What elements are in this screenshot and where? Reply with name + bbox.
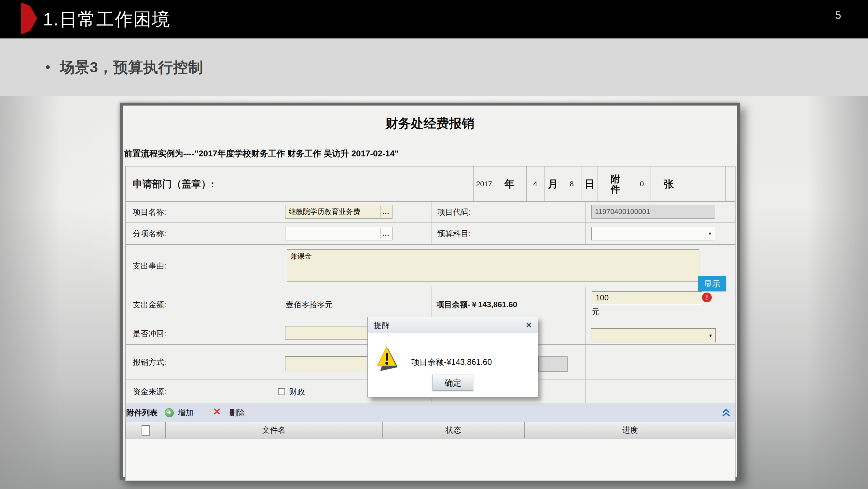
alert-dialog: 提醒 ✕ 项目余额-¥143,861.60 确定: [367, 317, 538, 398]
project-name-picker-button[interactable]: …: [380, 206, 391, 217]
page-number: 5: [835, 9, 841, 22]
expense-reason-value: 兼课金: [290, 252, 312, 261]
column-progress: 进度: [524, 422, 736, 438]
month-value: 4: [526, 167, 544, 201]
delete-button[interactable]: 删除: [229, 403, 245, 422]
warning-icon: [377, 346, 399, 374]
attachment-list-title: 附件列表: [126, 403, 157, 422]
sub-item-picker-button[interactable]: …: [380, 228, 391, 239]
accent-flag-icon: [21, 2, 37, 35]
project-code-value: 11970400100001: [595, 207, 650, 216]
screenshot-frame: 财务处经费报销 前置流程实例为----"2017年度学校财务工作 财务工作 吴访…: [120, 103, 740, 480]
expense-reason-textarea[interactable]: 兼课金: [287, 249, 700, 282]
expense-amount-label: 支出金额:: [133, 287, 166, 322]
amount-unit: 元: [592, 307, 599, 317]
dialog-title: 提醒: [374, 317, 390, 333]
attachment-label: 附件: [610, 174, 621, 195]
day-unit: 日: [582, 167, 597, 201]
project-name-value: 继教院学历教育业务费: [289, 207, 360, 217]
fund-source-option-label: 财政: [289, 380, 305, 403]
slide-title: 1.日常工作困境: [43, 0, 170, 38]
ok-button[interactable]: 确定: [433, 375, 473, 391]
fund-source-checkbox[interactable]: [278, 388, 285, 395]
amount-in-words: 壹佰零拾零元: [286, 287, 333, 322]
dialog-titlebar[interactable]: 提醒 ✕: [368, 317, 538, 333]
fund-source-label: 资金来源:: [133, 380, 166, 403]
apply-dept-label: 申请部门（盖章）:: [133, 167, 214, 202]
add-icon[interactable]: +: [165, 408, 174, 417]
amount-value: 100: [596, 293, 609, 302]
project-name-label: 项目名称:: [133, 202, 166, 223]
slide: 1.日常工作困境 5 • 场景3，预算执行控制 财务处经费报销 前置流程实例为-…: [0, 0, 868, 489]
delete-icon[interactable]: ✕: [213, 406, 221, 417]
form-title: 财务处经费报销: [123, 115, 737, 132]
close-icon[interactable]: ✕: [524, 320, 534, 330]
budget-subject-select[interactable]: ▼: [591, 227, 715, 240]
method-readonly-box: [538, 356, 567, 372]
apply-dept-row: 申请部门（盖章）: 2017 年 4 月 8 日 附件 0 张: [125, 166, 736, 201]
sub-item-row: 分项名称: … 预算科目: ▼: [125, 222, 736, 244]
dialog-message: 项目余额-¥143,861.60: [411, 357, 492, 368]
expense-reason-label: 支出事由:: [133, 244, 166, 287]
reverse-label: 是否冲回:: [133, 322, 166, 345]
sub-item-input[interactable]: …: [285, 227, 393, 240]
project-name-input[interactable]: 继教院学历教育业务费 …: [285, 205, 393, 219]
attachment-toolbar: 附件列表 + 增加 ✕ 删除: [125, 403, 736, 422]
year-unit: 年: [493, 167, 526, 201]
slide-header-bar: 1.日常工作困境 5: [0, 0, 868, 38]
reimbursement-form: 财务处经费报销 前置流程实例为----"2017年度学校财务工作 财务工作 吴访…: [123, 106, 737, 477]
attachment-count: 0: [633, 167, 651, 201]
dropdown-arrow-icon[interactable]: ▼: [708, 231, 712, 236]
select-all-checkbox[interactable]: [142, 425, 150, 436]
sub-item-label: 分项名称:: [133, 223, 166, 244]
error-icon: !: [702, 292, 712, 302]
attachment-unit: 张: [651, 167, 725, 201]
add-button[interactable]: 增加: [178, 403, 193, 422]
project-code-input: 11970400100001: [591, 205, 715, 219]
method-label: 报销方式:: [133, 345, 166, 380]
slide-subtitle: 场景3，预算执行控制: [60, 38, 203, 96]
attachment-grid-body: [125, 438, 736, 481]
process-instance-note: 前置流程实例为----"2017年度学校财务工作 财务工作 吴访升 2017-0…: [124, 148, 399, 159]
show-button[interactable]: 显示: [698, 276, 726, 291]
dropdown-arrow-icon[interactable]: ▼: [708, 333, 713, 338]
column-filename: 文件名: [165, 422, 382, 438]
project-name-row: 项目名称: 继教院学历教育业务费 … 项目代码: 11970400100001: [125, 201, 736, 222]
day-value: 8: [562, 167, 582, 201]
attachment-grid-header: 文件名 状态 进度: [125, 422, 736, 438]
project-code-label: 项目代码:: [437, 202, 471, 223]
year-value: 2017: [473, 167, 492, 201]
month-unit: 月: [544, 167, 562, 201]
budget-subject-label: 预算科目:: [437, 223, 471, 244]
column-status: 状态: [382, 422, 524, 438]
reverse-select[interactable]: ▼: [591, 328, 716, 342]
subtitle-bar: • 场景3，预算执行控制: [0, 38, 868, 96]
expense-reason-row: 支出事由: 兼课金: [125, 244, 736, 287]
collapse-icon[interactable]: [721, 408, 731, 417]
bullet-icon: •: [45, 38, 50, 96]
amount-input[interactable]: 100: [592, 291, 702, 304]
